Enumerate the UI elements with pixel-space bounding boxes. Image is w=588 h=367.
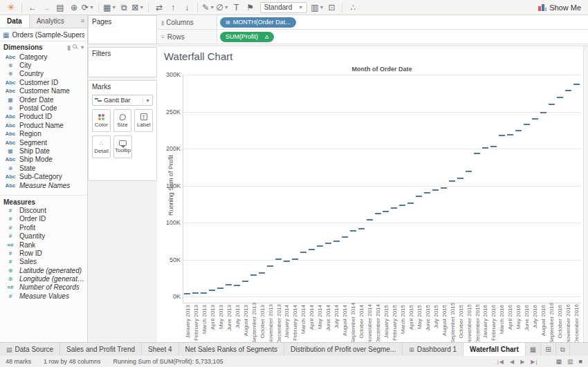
presentation-mode-icon[interactable]: ⊡	[325, 1, 338, 14]
sheet-tab-waterfall-chart[interactable]: Waterfall Chart	[463, 343, 526, 356]
sheet-tab-dashboard-1[interactable]: ⊞Dashboard 1	[403, 343, 463, 356]
sheet-tab-net-sales-ranks-of-segments[interactable]: Net Sales Ranks of Segments	[179, 343, 284, 356]
gantt-mark[interactable]	[375, 213, 381, 214]
show-filmstrip-icon[interactable]: ▥	[567, 358, 573, 365]
gantt-mark[interactable]	[201, 292, 207, 294]
fit-selector[interactable]: Standard ▼	[260, 2, 308, 13]
gantt-mark[interactable]	[234, 285, 240, 286]
swap-axes-icon[interactable]: ⇄	[153, 1, 165, 14]
pane-menu-icon[interactable]: ≡	[78, 15, 87, 28]
rows-pill-sum-profit[interactable]: SUM(Profit) Δ	[220, 32, 274, 42]
gantt-mark[interactable]	[292, 258, 298, 260]
color-button[interactable]: Color	[92, 109, 111, 132]
gantt-mark[interactable]	[242, 281, 248, 282]
measure-quantity[interactable]: #Quantity	[0, 232, 87, 240]
tab-analytics[interactable]: Analytics	[30, 15, 71, 28]
gantt-mark[interactable]	[325, 243, 331, 244]
filters-shelf[interactable]: Filters	[88, 47, 157, 77]
gantt-mark[interactable]	[540, 112, 546, 113]
gantt-mark[interactable]	[391, 207, 397, 209]
text-label-icon[interactable]: T	[230, 1, 243, 14]
date-expand-icon[interactable]: ⊞	[226, 19, 230, 26]
sheet-tab-sales-and-profit-trend[interactable]: Sales and Profit Trend	[60, 343, 142, 356]
gantt-mark[interactable]	[432, 189, 439, 191]
record-nav-icon[interactable]: ▶|	[531, 359, 538, 365]
dimension-region[interactable]: AbcRegion	[0, 130, 87, 138]
gantt-mark[interactable]	[449, 180, 455, 182]
dimension-product-name[interactable]: AbcProduct Name	[0, 121, 87, 129]
sort-descending-icon[interactable]: ↓	[181, 1, 193, 14]
record-nav-icon[interactable]: |◀	[497, 359, 504, 365]
dimension-measure-names[interactable]: AbcMeasure Names	[0, 181, 87, 189]
new-datasource-icon[interactable]: ⊕	[68, 1, 80, 14]
dimension-order-date[interactable]: ▦Order Date	[0, 95, 87, 104]
gantt-mark[interactable]	[482, 147, 488, 149]
measure-profit[interactable]: #Profit	[0, 223, 87, 232]
gantt-mark[interactable]	[226, 284, 232, 285]
gantt-mark[interactable]	[383, 211, 389, 212]
gantt-mark[interactable]	[217, 288, 223, 289]
gantt-mark[interactable]	[490, 146, 497, 147]
dimension-product-id[interactable]: AbcProduct ID	[0, 113, 87, 121]
measure-sales[interactable]: #Sales	[0, 258, 87, 266]
new-worksheet-icon[interactable]: ▦▼	[103, 1, 116, 14]
show-sheet-icon[interactable]: ■	[579, 358, 582, 365]
sort-menu-icon[interactable]: ▾	[81, 44, 84, 50]
share-icon[interactable]: ∴	[347, 1, 359, 14]
gantt-mark[interactable]	[317, 245, 323, 247]
sheet-tab-distribution-of-profit-over-segme[interactable]: Distribution of Profit over Segme...	[284, 343, 403, 356]
size-button[interactable]: Size	[113, 109, 132, 132]
dimension-category[interactable]: AbcCategory	[0, 53, 87, 61]
gantt-mark[interactable]	[367, 219, 373, 220]
sort-ascending-icon[interactable]: ↑	[167, 1, 179, 14]
record-nav-icon[interactable]: ◀	[510, 359, 515, 365]
show-hide-cards-icon[interactable]: ▥▼	[311, 1, 324, 14]
gantt-mark[interactable]	[441, 187, 447, 189]
search-icon[interactable]	[73, 44, 78, 50]
dimension-state[interactable]: ⊕State	[0, 164, 87, 172]
gantt-mark[interactable]	[549, 104, 555, 105]
new-worksheet-tab-button[interactable]: ▦	[526, 343, 541, 356]
highlight-icon[interactable]: ✎▼	[202, 1, 214, 14]
gantt-mark[interactable]	[184, 293, 190, 294]
gantt-mark[interactable]	[457, 178, 463, 179]
duplicate-sheet-icon[interactable]: ⧉	[118, 1, 130, 14]
measure-longitude-generated[interactable]: ⊕Longitude (generated)	[0, 274, 87, 283]
gantt-mark[interactable]	[192, 292, 199, 294]
dimension-customer-id[interactable]: AbcCustomer ID	[0, 78, 87, 86]
refresh-icon[interactable]: ⟳▼	[82, 1, 94, 14]
measure-latitude-generated[interactable]: ⊕Latitude (generated)	[0, 266, 87, 274]
gantt-mark[interactable]	[358, 228, 365, 229]
vertical-scrollbar[interactable]	[583, 46, 588, 342]
gantt-mark[interactable]	[424, 192, 430, 194]
columns-pill-month-order-date[interactable]: ⊞ MONTH(Order Dat...	[220, 17, 296, 28]
dimension-country[interactable]: ⊕Country	[0, 70, 87, 78]
tableau-logo[interactable]: ✳	[5, 1, 17, 14]
dimension-city[interactable]: ⊕City	[0, 61, 87, 69]
annotation-icon[interactable]: ∅▼	[216, 1, 228, 14]
gantt-mark[interactable]	[499, 135, 505, 136]
back-icon[interactable]: ←	[26, 1, 39, 14]
measure-rank[interactable]: =#Rank	[0, 241, 87, 249]
mark-type-dropdown[interactable]: Gantt Bar ▼	[92, 95, 153, 106]
gantt-mark[interactable]	[284, 261, 290, 262]
columns-shelf[interactable]: ||| Columns ⊞ MONTH(Order Dat...	[157, 15, 588, 30]
datasource-item[interactable]: ▦ Orders (Sample-Superst...	[0, 28, 87, 41]
gantt-mark[interactable]	[416, 196, 422, 197]
rows-shelf[interactable]: ≡ Rows SUM(Profit) Δ	[157, 30, 588, 44]
dimension-segment[interactable]: AbcSegment	[0, 138, 87, 147]
record-nav-icon[interactable]: ▶	[520, 359, 525, 365]
gantt-mark[interactable]	[309, 249, 315, 250]
view-toggle-icon[interactable]: |||	[67, 44, 70, 50]
forward-icon[interactable]: →	[40, 1, 53, 14]
dimension-ship-date[interactable]: ▦Ship Date	[0, 147, 87, 155]
new-story-tab-button[interactable]: ⧉	[556, 343, 570, 356]
gantt-mark[interactable]	[515, 130, 522, 131]
dimension-sub-category[interactable]: AbcSub-Category	[0, 172, 87, 180]
measure-measure-values[interactable]: #Measure Values	[0, 292, 87, 300]
measure-number-of-records[interactable]: =#Number of Records	[0, 283, 87, 292]
gantt-mark[interactable]	[565, 90, 571, 91]
tab-data[interactable]: Data	[0, 15, 30, 28]
label-button[interactable]: T Label	[134, 109, 153, 132]
gantt-mark[interactable]	[466, 171, 472, 172]
